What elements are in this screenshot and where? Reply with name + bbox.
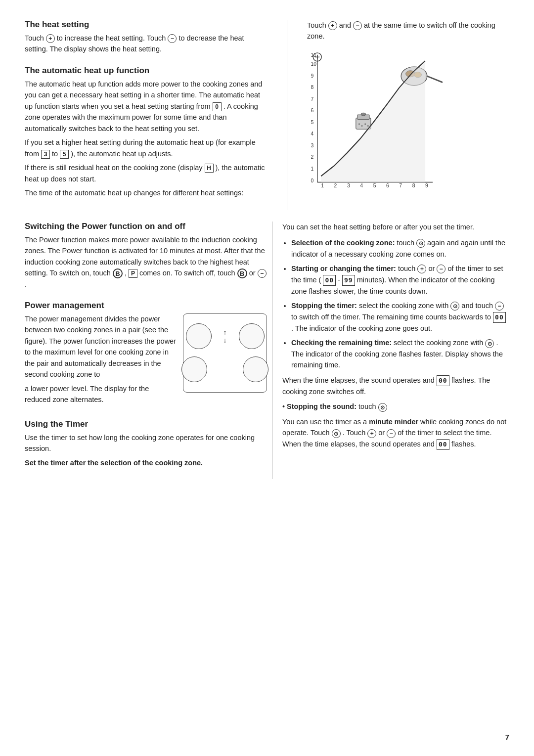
svg-text:9: 9 [311, 73, 314, 79]
svg-point-27 [361, 125, 363, 127]
using-timer-title: Using the Timer [25, 419, 267, 429]
display-00-stop: 00 [493, 312, 506, 323]
bullet-checking: Checking the remaining time: select the … [291, 337, 509, 370]
auto-heat-para2: If you set a higher heat setting during … [25, 137, 267, 159]
pm-arrows: ↑ ↓ [223, 329, 227, 344]
five-sq: 5 [60, 150, 69, 159]
display-00-elapses: 00 [437, 375, 449, 386]
switching-power-section: Switching the Power function on and off … [25, 222, 267, 290]
svg-rect-23 [356, 118, 371, 130]
clock-icon2: ⊙ [450, 302, 459, 311]
clock-icon: ⊙ [416, 239, 425, 248]
svg-point-29 [367, 125, 369, 127]
three-sq: 3 [41, 150, 50, 159]
using-timer-section: Using the Timer Use the timer to set how… [25, 419, 267, 468]
bullet-stopping-timer: Stopping the timer: select the cooking z… [291, 300, 509, 334]
minus-icon3: − [437, 265, 445, 273]
pm-circle-bl [181, 356, 207, 382]
vertical-divider2 [272, 222, 272, 480]
svg-text:4: 4 [360, 183, 363, 188]
minus-icon5: − [387, 429, 396, 438]
svg-text:4: 4 [311, 131, 314, 136]
heat-setting-para: Touch + to increase the heat setting. To… [25, 33, 267, 55]
svg-text:9: 9 [425, 183, 428, 188]
bullet-selection: Selection of the cooking zone: touch ⊙ a… [291, 237, 509, 260]
pm-bottom-row [181, 356, 268, 382]
display-99: 99 [342, 275, 355, 286]
svg-text:6: 6 [311, 108, 314, 113]
svg-text:7: 7 [399, 183, 402, 188]
timer-intro: You can set the heat setting before or a… [282, 222, 509, 232]
selection-term: Selection of the cooking zone: [291, 239, 395, 247]
heat-chart-svg: 0 1 2 3 4 5 6 7 8 9 10 11 1 2 3 4 [307, 50, 465, 188]
clock-icon3: ⊙ [485, 339, 494, 348]
starting-term: Starting or changing the timer: [291, 265, 396, 272]
p-sq: P [129, 269, 137, 278]
svg-text:2: 2 [311, 154, 314, 160]
svg-text:3: 3 [347, 183, 350, 188]
plus-icon4: + [367, 429, 376, 438]
svg-text:8: 8 [412, 183, 415, 188]
power-management-figure: ↑ ↓ [183, 313, 267, 393]
b-icon: B [113, 268, 123, 278]
auto-heat-title: The automatic heat up function [25, 66, 267, 76]
heat-setting-section: The heat setting Touch + to increase the… [25, 20, 267, 55]
vertical-divider [287, 20, 287, 210]
heat-setting-title: The heat setting [25, 20, 267, 30]
minute-minder-para: You can use the timer as a minute minder… [282, 416, 509, 450]
stopping-sound-para: • Stopping the sound: touch ⊙ [282, 401, 509, 412]
using-timer-para1: Use the timer to set how long the cookin… [25, 432, 267, 454]
auto-heat-para4: The time of the automatic heat up change… [25, 187, 267, 198]
arrow-down-icon: ↓ [223, 337, 227, 344]
auto-heat-section: The automatic heat up function The autom… [25, 66, 267, 199]
minus-icon4: − [495, 302, 504, 311]
svg-text:10: 10 [311, 61, 317, 67]
plus-icon3: + [417, 265, 426, 273]
using-timer-bold: Set the timer after the selection of the… [25, 457, 267, 468]
arrow-up-icon: ↑ [223, 329, 227, 336]
svg-text:5: 5 [311, 120, 314, 125]
pm-circle-tl [186, 323, 212, 349]
h-sq: H [205, 164, 214, 173]
stopping-timer-term: Stopping the timer: [291, 302, 357, 310]
svg-point-25 [361, 113, 365, 116]
svg-text:3: 3 [311, 143, 314, 148]
svg-text:1: 1 [321, 183, 324, 188]
timer-bullet-list: Selection of the cooking zone: touch ⊙ a… [282, 237, 509, 371]
svg-line-31 [427, 76, 442, 82]
minute-minder-term: minute minder [369, 418, 418, 426]
svg-text:0: 0 [311, 178, 314, 183]
svg-text:2: 2 [334, 183, 337, 188]
svg-text:5: 5 [373, 183, 376, 188]
svg-text:8: 8 [311, 85, 314, 90]
zero-sq: 0 [213, 102, 222, 111]
svg-text:6: 6 [386, 183, 389, 188]
svg-point-28 [364, 123, 366, 125]
switching-power-para: The Power function makes more power avai… [25, 234, 267, 290]
svg-point-26 [358, 123, 360, 125]
when-elapses-para: When the time elapses, the sound operate… [282, 375, 509, 398]
svg-text:7: 7 [311, 96, 314, 102]
clock-icon4: ⊙ [378, 403, 387, 412]
switch-off-para: Touch + and − at the same time to switch… [307, 20, 509, 42]
power-management-title: Power management [25, 301, 267, 311]
minus-icon-r: − [353, 21, 362, 30]
stopping-sound-term: Stopping the sound: [287, 402, 356, 410]
auto-heat-para1: The automatic heat up function adds more… [25, 79, 267, 134]
minus-icon2: − [258, 269, 267, 278]
auto-heat-para3: If there is still residual heat on the c… [25, 162, 267, 184]
pm-top-row: ↑ ↓ [186, 323, 265, 349]
bullet-starting: Starting or changing the timer: touch + … [291, 263, 509, 297]
plus-icon-r: + [328, 21, 337, 30]
b-icon2: B [237, 268, 247, 278]
switching-power-title: Switching the Power function on and off [25, 222, 267, 231]
page-number: 7 [505, 733, 509, 741]
svg-text:1: 1 [311, 166, 314, 172]
display-00-start: 00 [323, 275, 336, 286]
pm-circle-br [243, 356, 268, 382]
svg-marker-37 [321, 61, 425, 182]
heat-chart: 0 1 2 3 4 5 6 7 8 9 10 11 1 2 3 4 [307, 50, 465, 188]
plus-icon: + [46, 34, 55, 43]
minus-icon: − [168, 34, 177, 43]
display-00-minder: 00 [437, 439, 449, 450]
